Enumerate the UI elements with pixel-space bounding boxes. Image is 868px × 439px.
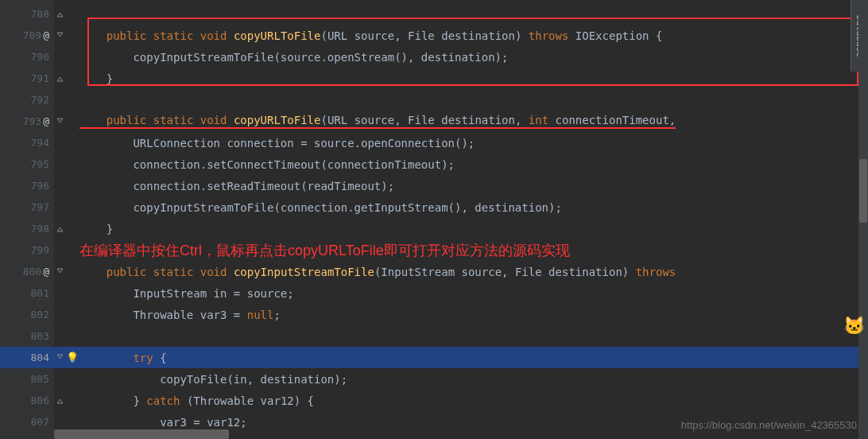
gutter-row: 791	[0, 68, 54, 89]
line-number: 807	[31, 416, 49, 428]
code-line[interactable]: 💡 try {	[54, 347, 868, 368]
fold-expand-icon[interactable]	[56, 225, 64, 233]
vertical-scrollbar[interactable]	[858, 0, 868, 439]
line-margin	[56, 75, 79, 83]
code-content: }	[79, 223, 113, 235]
fold-collapse-icon[interactable]	[56, 118, 64, 126]
horizontal-scrollbar-thumb[interactable]	[54, 429, 229, 439]
code-line[interactable]	[54, 89, 868, 111]
code-line[interactable]: 在编译器中按住Ctrl，鼠标再点击copyURLToFile即可打开对应方法的源…	[54, 239, 868, 261]
gutter-row: 803	[0, 325, 54, 347]
gutter-row: 802	[0, 304, 54, 325]
line-number: 805	[31, 373, 49, 385]
code-content: Throwable var3 = null;	[79, 309, 281, 321]
line-number: 791	[31, 72, 49, 84]
code-line[interactable]: URLConnection connection = source.openCo…	[54, 132, 868, 153]
line-number: 794	[31, 137, 49, 149]
line-margin	[56, 118, 79, 126]
code-line[interactable]: public static void copyInputStreamToFile…	[54, 261, 868, 282]
code-content: } catch (Throwable var12) {	[79, 394, 314, 407]
gutter-row: 792	[0, 89, 54, 111]
gutter-row: 806	[0, 390, 54, 411]
line-margin	[56, 397, 79, 405]
line-number: 795	[31, 158, 49, 170]
code-content: var3 = var12;	[79, 416, 247, 429]
fold-expand-icon[interactable]	[56, 75, 64, 83]
code-content: public static void copyURLToFile(URL sou…	[79, 114, 676, 129]
gutter-row: 801	[0, 282, 54, 304]
gutter-row: 797	[0, 196, 54, 218]
line-number: 798	[31, 223, 49, 235]
line-margin	[56, 225, 79, 233]
gutter-row: 808	[0, 433, 54, 439]
code-content: }	[79, 72, 113, 85]
gutter-row: 799	[0, 239, 54, 261]
gutter-row: 796	[0, 175, 54, 196]
code-line[interactable]: } catch (Throwable var12) {	[54, 390, 868, 411]
code-line[interactable]: copyInputStreamToFile(connection.getInpu…	[54, 196, 868, 218]
code-content: copyToFile(in, destination);	[79, 373, 347, 386]
line-number: 796	[31, 180, 49, 192]
fold-expand-icon[interactable]	[56, 397, 64, 405]
line-margin: 💡	[56, 352, 79, 363]
code-content: connection.setReadTimeout(readTimeout);	[79, 180, 394, 192]
vcs-change-icon: @	[43, 266, 49, 278]
code-content: URLConnection connection = source.openCo…	[79, 137, 475, 150]
code-editor: 788789@790791792793@79479579679779879980…	[0, 0, 868, 439]
fold-collapse-icon[interactable]	[56, 354, 64, 362]
code-line[interactable]: }	[54, 218, 868, 239]
line-number: 800	[23, 266, 41, 278]
line-margin	[56, 32, 79, 40]
line-number: 801	[31, 287, 49, 299]
fold-expand-icon[interactable]	[56, 10, 64, 18]
gutter-row: 795	[0, 153, 54, 175]
gutter-row: 789@	[0, 25, 54, 46]
line-margin	[56, 10, 79, 18]
code-line[interactable]: copyToFile(in, destination);	[54, 368, 868, 390]
vcs-change-icon: @	[43, 115, 49, 127]
code-line[interactable]	[54, 3, 868, 25]
code-content: copyInputStreamToFile(source.openStream(…	[79, 51, 508, 64]
gutter-row: 805	[0, 368, 54, 390]
code-line[interactable]: public static void copyURLToFile(URL sou…	[54, 25, 868, 46]
code-content: try {	[79, 352, 167, 364]
gutter-row: 788	[0, 3, 54, 25]
scrollbar-thumb[interactable]	[859, 159, 867, 223]
line-number: 804	[31, 352, 49, 363]
gutter-row: 798	[0, 218, 54, 239]
gutter-row: 800@	[0, 261, 54, 282]
decoration-icon: 🐱	[843, 316, 865, 336]
code-content: copyInputStreamToFile(connection.getInpu…	[79, 201, 562, 214]
line-number: 789	[23, 29, 41, 41]
line-number: 793	[23, 115, 41, 127]
code-line[interactable]: public static void copyURLToFile(URL sou…	[54, 111, 868, 132]
line-number: 790	[31, 51, 49, 63]
line-number: 797	[31, 201, 49, 213]
code-line[interactable]: Throwable var3 = null;	[54, 304, 868, 325]
vcs-change-icon: @	[43, 29, 49, 41]
code-line[interactable]: connection.setReadTimeout(readTimeout);	[54, 175, 868, 196]
code-line[interactable]	[54, 325, 868, 347]
line-number: 802	[31, 309, 49, 321]
code-content: InputStream in = source;	[79, 287, 294, 300]
code-area[interactable]: public static void copyURLToFile(URL sou…	[54, 0, 868, 439]
code-content: connection.setConnectTimeout(connectionT…	[79, 158, 455, 171]
line-number: 799	[31, 244, 49, 256]
fold-collapse-icon[interactable]	[56, 32, 64, 40]
line-number: 806	[31, 394, 49, 406]
code-line[interactable]: copyInputStreamToFile(source.openStream(…	[54, 46, 868, 68]
code-line[interactable]: connection.setConnectTimeout(connectionT…	[54, 153, 868, 175]
code-content: public static void copyURLToFile(URL sou…	[79, 29, 662, 42]
gutter-row: 794	[0, 132, 54, 153]
intention-bulb-icon[interactable]: 💡	[66, 352, 79, 363]
gutter-row: 790	[0, 46, 54, 68]
code-line[interactable]: InputStream in = source;	[54, 282, 868, 304]
code-line[interactable]: }	[54, 68, 868, 89]
gutter-row: 807	[0, 411, 54, 433]
line-number: 788	[31, 8, 49, 20]
watermark-text: https://blog.csdn.net/weixin_42365530	[681, 419, 857, 431]
gutter-row: 793@	[0, 111, 54, 132]
code-content: public static void copyInputStreamToFile…	[79, 266, 676, 278]
fold-collapse-icon[interactable]	[56, 268, 64, 276]
annotation-text: 在编译器中按住Ctrl，鼠标再点击copyURLToFile即可打开对应方法的源…	[79, 241, 570, 260]
